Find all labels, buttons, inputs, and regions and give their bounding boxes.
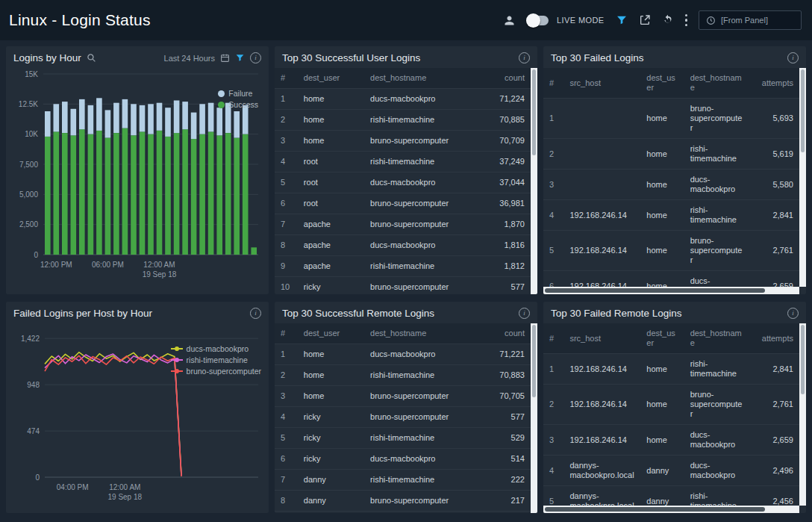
table-row[interactable]: 8dannybruno-supercomputer217 — [275, 491, 531, 512]
table-row[interactable]: 6rickyducs-macbookpro514 — [275, 449, 531, 470]
svg-text:19 Sep 18: 19 Sep 18 — [143, 270, 177, 279]
legend-marker — [171, 370, 183, 372]
column-header[interactable]: # — [543, 73, 563, 93]
scrollbar-thumb[interactable] — [545, 507, 765, 512]
svg-text:12.5K: 12.5K — [19, 100, 38, 108]
column-header[interactable]: # — [275, 323, 298, 344]
cell: bruno-supercomputer — [364, 131, 479, 151]
scrollbar-thumb[interactable] — [532, 69, 536, 155]
table-row[interactable]: 3homeducs-macbookpro5,580 — [543, 170, 799, 200]
table-row[interactable]: 1homebruno-supercomputer5,693 — [543, 99, 799, 139]
user-icon[interactable] — [504, 15, 515, 26]
legend-item[interactable]: ducs-macbookpro — [171, 344, 261, 353]
info-icon[interactable] — [519, 308, 530, 319]
scrollbar-thumb[interactable] — [801, 69, 805, 152]
table-row[interactable]: 4rickybruno-supercomputer577 — [275, 407, 531, 428]
legend-item[interactable]: bruno-supercomputer — [171, 367, 261, 376]
table-row[interactable]: 8apacheducs-macbookpro1,816 — [275, 235, 531, 256]
info-icon[interactable] — [250, 308, 261, 319]
table-row[interactable]: 2homerishi-timemachine70,883 — [275, 365, 531, 386]
table-row[interactable]: 4rootrishi-timemachine37,249 — [275, 152, 531, 173]
vertical-scrollbar[interactable] — [799, 68, 806, 287]
filter-icon[interactable] — [616, 14, 628, 26]
time-range-select[interactable]: [From Panel] — [699, 10, 802, 30]
panel-filter-icon[interactable] — [235, 53, 245, 63]
column-header[interactable]: attempts — [751, 73, 799, 93]
export-icon[interactable] — [639, 14, 651, 26]
info-icon[interactable] — [250, 52, 261, 63]
zoom-icon[interactable] — [87, 53, 96, 63]
column-header[interactable]: attempts — [751, 329, 799, 349]
table-row[interactable]: 6rootbruno-supercomputer36,981 — [275, 193, 531, 214]
cell: rishi-timemachine — [364, 256, 479, 276]
column-header[interactable]: dest_hostname — [684, 323, 751, 353]
table-row[interactable]: 7apachebruno-supercomputer1,870 — [275, 214, 531, 235]
table-row[interactable]: 3homebruno-supercomputer70,709 — [275, 131, 531, 152]
legend-item[interactable]: Success — [218, 100, 258, 109]
column-header[interactable]: dest_user — [298, 68, 364, 88]
table-row[interactable]: 1homeducs-macbookpro71,224 — [275, 89, 531, 110]
table-row[interactable]: 7dannyrishi-timemachine222 — [275, 470, 531, 491]
table-row[interactable]: 2homerishi-timemachine70,885 — [275, 110, 531, 131]
table-row[interactable]: 9apacherishi-timemachine1,812 — [275, 256, 531, 277]
table-row[interactable]: 1192.168.246.14homerishi-timemachine2,84… — [543, 354, 799, 385]
table-row[interactable]: 5rickyrishi-timemachine529 — [275, 428, 531, 449]
live-mode-toggle[interactable] — [526, 16, 549, 25]
refresh-icon[interactable] — [662, 14, 674, 26]
column-header[interactable]: dest_user — [640, 323, 684, 353]
table-row[interactable]: 3homebruno-supercomputer70,705 — [275, 386, 531, 407]
info-icon[interactable] — [519, 52, 530, 63]
info-icon[interactable] — [787, 308, 799, 319]
svg-text:12:00 AM: 12:00 AM — [109, 483, 140, 491]
scrollbar-thumb[interactable] — [545, 288, 765, 293]
more-menu-icon[interactable] — [685, 14, 688, 27]
cell: 1,816 — [479, 235, 531, 255]
horizontal-scrollbar[interactable] — [543, 506, 799, 513]
column-header[interactable]: dest_hostname — [364, 68, 479, 88]
column-header[interactable]: # — [543, 329, 563, 349]
column-header[interactable]: count — [479, 323, 531, 344]
cell: bruno-supercomputer — [364, 491, 479, 511]
legend-item[interactable]: rishi-timemachine — [171, 355, 261, 364]
cell: 2,841 — [751, 205, 799, 226]
svg-text:1,422: 1,422 — [21, 335, 40, 343]
calendar-icon[interactable] — [220, 53, 230, 63]
vertical-scrollbar[interactable] — [799, 323, 806, 506]
column-header[interactable]: src_host — [563, 329, 640, 349]
panel-failed-remote-logins: Top 30 Failed Remote Logins #src_hostdes… — [543, 302, 806, 513]
cell: 3 — [543, 430, 563, 450]
cell — [563, 114, 640, 124]
table-row[interactable]: 5192.168.246.14homebruno-supercomputer2,… — [543, 231, 799, 271]
svg-text:04:00 PM: 04:00 PM — [57, 483, 89, 491]
column-header[interactable]: count — [479, 68, 531, 88]
scrollbar-thumb[interactable] — [801, 325, 805, 394]
table-row[interactable]: 2homerishi-timemachine5,619 — [543, 139, 799, 170]
table-row[interactable]: 10rickybruno-supercomputer577 — [275, 277, 531, 294]
table-row[interactable]: 4dannys-macbookpro.localdannyducs-macboo… — [543, 456, 799, 486]
time-range-label[interactable]: Last 24 Hours — [164, 54, 215, 63]
column-header[interactable]: dest_hostname — [684, 68, 751, 98]
cell: home — [298, 344, 364, 364]
horizontal-scrollbar[interactable] — [543, 287, 799, 294]
cell: ducs-macbookpro — [364, 235, 479, 255]
svg-text:5,000: 5,000 — [19, 190, 38, 199]
table-row[interactable]: 1homeducs-macbookpro71,221 — [275, 344, 531, 365]
vertical-scrollbar[interactable] — [531, 68, 537, 294]
cell: home — [640, 394, 684, 414]
table-row[interactable]: 3192.168.246.14homeducs-macbookpro2,659 — [543, 425, 799, 456]
cell: 70,883 — [479, 365, 531, 385]
column-header[interactable]: dest_user — [640, 68, 684, 98]
legend-item[interactable]: Failure — [218, 89, 258, 98]
info-icon[interactable] — [787, 52, 799, 63]
column-header[interactable]: dest_user — [298, 323, 364, 344]
scrollbar-thumb[interactable] — [532, 325, 536, 397]
column-header[interactable]: # — [275, 68, 298, 88]
table-row[interactable]: 5rootducs-macbookpro37,044 — [275, 173, 531, 193]
column-header[interactable]: dest_hostname — [364, 323, 479, 344]
bar-chart[interactable]: FailureSuccess 02,5005,0007,50010K12.5K1… — [6, 68, 269, 294]
column-header[interactable]: src_host — [563, 73, 640, 93]
table-row[interactable]: 4192.168.246.14homerishi-timemachine2,84… — [543, 200, 799, 231]
line-chart[interactable]: ducs-macbookprorishi-timemachinebruno-su… — [6, 323, 269, 513]
table-row[interactable]: 2192.168.246.14homebruno-supercomputer2,… — [543, 385, 799, 425]
vertical-scrollbar[interactable] — [531, 323, 537, 513]
